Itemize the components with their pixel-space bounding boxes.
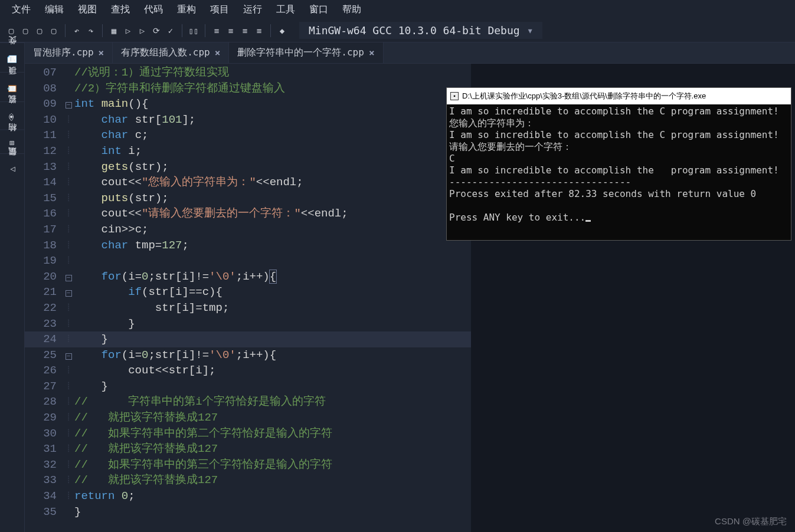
code-line[interactable]: 35} bbox=[25, 504, 471, 520]
fold-gutter[interactable]: − bbox=[63, 96, 74, 112]
code-line[interactable]: 33┊// 就把该字符替换成127 bbox=[25, 472, 471, 488]
code-line[interactable]: 18┊ char tmp=127; bbox=[25, 238, 471, 254]
code-line[interactable]: 31┊// 就把该字符替换成127 bbox=[25, 441, 471, 457]
rebuild-icon[interactable]: ⟳ bbox=[150, 24, 163, 37]
save-all-icon[interactable]: ▢ bbox=[47, 24, 60, 37]
undo-icon[interactable]: ↶ bbox=[70, 24, 83, 37]
code-line[interactable]: 22┊ str[i]=tmp; bbox=[25, 300, 471, 316]
fold-gutter[interactable]: ┊ bbox=[63, 206, 74, 222]
file-tab[interactable]: 删除字符串中的一个字符.cpp× bbox=[229, 42, 383, 63]
menu-重构[interactable]: 重构 bbox=[170, 1, 203, 18]
menu-编辑[interactable]: 编辑 bbox=[38, 1, 71, 18]
fold-gutter[interactable]: ┊ bbox=[63, 316, 74, 332]
close-icon[interactable]: × bbox=[369, 47, 375, 58]
code-line[interactable]: 29┊// 就把该字符替换成127 bbox=[25, 410, 471, 426]
code-line[interactable]: 12┊ int i; bbox=[25, 143, 471, 159]
menu-工具[interactable]: 工具 bbox=[269, 1, 302, 18]
side-tab-文件[interactable]: 📄文件 bbox=[0, 42, 24, 72]
fold-gutter[interactable] bbox=[63, 81, 74, 97]
code-line[interactable]: 08//2）字符串和待删除字符都通过键盘输入 bbox=[25, 81, 471, 97]
fold-gutter[interactable]: ┊ bbox=[63, 222, 74, 238]
fold-gutter[interactable]: ┊ bbox=[63, 426, 74, 442]
menu-代码[interactable]: 代码 bbox=[137, 1, 170, 18]
fold-gutter[interactable]: ┊ bbox=[63, 488, 74, 504]
code-line[interactable]: 11┊ char c; bbox=[25, 127, 471, 143]
fold-gutter[interactable]: − bbox=[63, 347, 74, 363]
new-file-icon[interactable]: ▢ bbox=[5, 24, 18, 37]
code-line[interactable]: 21− if(str[i]==c){ bbox=[25, 284, 471, 300]
fold-gutter[interactable]: ┊ bbox=[63, 300, 74, 316]
file-tab[interactable]: 冒泡排序.cpp× bbox=[25, 42, 113, 63]
code-line[interactable]: 16┊ cout<<"请输入您要删去的一个字符："<<endl; bbox=[25, 206, 471, 222]
code-line[interactable]: 27┊ } bbox=[25, 379, 471, 395]
fold-gutter[interactable]: ┊ bbox=[63, 379, 74, 395]
menu-运行[interactable]: 运行 bbox=[236, 1, 269, 18]
code-line[interactable]: 14┊ cout<<"您输入的字符串为："<<endl; bbox=[25, 175, 471, 191]
step-out-icon[interactable]: ≡ bbox=[238, 24, 251, 37]
run-icon[interactable]: ▷ bbox=[122, 24, 135, 37]
step-into-icon[interactable]: ≡ bbox=[224, 24, 237, 37]
fold-gutter[interactable]: ┊ bbox=[63, 410, 74, 426]
fold-gutter[interactable]: ┊ bbox=[63, 472, 74, 488]
code-line[interactable]: 15┊ puts(str); bbox=[25, 191, 471, 206]
code-line[interactable]: 19┊ bbox=[25, 253, 471, 269]
code-line[interactable]: 09−int main(){ bbox=[25, 96, 471, 112]
menu-视图[interactable]: 视图 bbox=[71, 1, 104, 18]
menu-文件[interactable]: 文件 bbox=[5, 1, 38, 18]
code-line[interactable]: 07//说明：1）通过字符数组实现 bbox=[25, 65, 471, 81]
code-line[interactable]: 23┊ } bbox=[25, 316, 471, 332]
compiler-selector[interactable]: MinGW-w64 GCC 10.3.0 64-bit Debug ▾ bbox=[299, 22, 542, 39]
fold-gutter[interactable]: ┊ bbox=[63, 441, 74, 457]
side-tab-监视[interactable]: 👁监视 bbox=[0, 101, 24, 129]
fold-gutter[interactable]: ┊ bbox=[63, 159, 74, 175]
fold-gutter[interactable]: ┊ bbox=[63, 457, 74, 473]
code-line[interactable]: 17┊ cin>>c; bbox=[25, 222, 471, 238]
breakpoint-icon[interactable]: ◆ bbox=[276, 24, 289, 37]
grid-icon[interactable]: ▦ bbox=[107, 24, 120, 37]
menu-项目[interactable]: 项目 bbox=[203, 1, 236, 18]
redo-icon[interactable]: ↷ bbox=[84, 24, 97, 37]
fold-gutter[interactable]: ┊ bbox=[63, 394, 74, 410]
close-icon[interactable]: × bbox=[99, 47, 104, 58]
fold-gutter[interactable]: ┊ bbox=[63, 143, 74, 159]
fold-gutter[interactable]: − bbox=[63, 269, 74, 285]
fold-gutter[interactable] bbox=[63, 504, 74, 520]
console-titlebar[interactable]: ▪ D:\上机课实验作业\cpp\实验3-数组\源代码\删除字符串中的一个字符.… bbox=[447, 88, 791, 104]
code-line[interactable]: 30┊// 如果字符串中的第二个字符恰好是输入的字符 bbox=[25, 426, 471, 442]
fold-gutter[interactable]: ┊ bbox=[63, 112, 74, 128]
fold-gutter[interactable]: ┊ bbox=[63, 253, 74, 269]
code-line[interactable]: 26┊ cout<<str[i]; bbox=[25, 363, 471, 379]
fold-gutter[interactable]: ┊ bbox=[63, 331, 74, 347]
code-line[interactable]: 10┊ char str[101]; bbox=[25, 112, 471, 128]
side-tab-项目[interactable]: 📋项目 bbox=[0, 72, 24, 101]
step-over-icon[interactable]: ≡ bbox=[210, 24, 223, 37]
side-tab-结构[interactable]: ⊞结构 bbox=[0, 129, 24, 153]
continue-icon[interactable]: ≡ bbox=[253, 24, 266, 37]
close-icon[interactable]: × bbox=[215, 47, 221, 58]
open-file-icon[interactable]: ▢ bbox=[19, 24, 32, 37]
code-line[interactable]: 34┊return 0; bbox=[25, 488, 471, 504]
file-tab[interactable]: 有序数组插入数.cpp× bbox=[113, 42, 229, 63]
fold-gutter[interactable]: ┊ bbox=[63, 363, 74, 379]
code-editor[interactable]: 07//说明：1）通过字符数组实现08//2）字符串和待删除字符都通过键盘输入0… bbox=[25, 64, 471, 532]
menu-帮助[interactable]: 帮助 bbox=[335, 1, 368, 18]
fold-gutter[interactable] bbox=[63, 65, 74, 81]
code-line[interactable]: 25− for(i=0;str[i]!='\0';i++){ bbox=[25, 347, 471, 363]
fold-gutter[interactable]: ┊ bbox=[63, 127, 74, 143]
debug-icon[interactable]: ✓ bbox=[164, 24, 177, 37]
fold-gutter[interactable]: ┊ bbox=[63, 191, 74, 206]
stop-icon[interactable]: ▯▯ bbox=[187, 24, 200, 37]
build-run-icon[interactable]: ▷ bbox=[136, 24, 149, 37]
code-line[interactable]: 28┊// 字符串中的第i个字符恰好是输入的字符 bbox=[25, 394, 471, 410]
fold-gutter[interactable]: ┊ bbox=[63, 238, 74, 254]
code-line[interactable]: 32┊// 如果字符串中的第三个字符恰好是输入的字符 bbox=[25, 457, 471, 473]
code-line[interactable]: 20− for(i=0;str[i]!='\0';i++){ bbox=[25, 269, 471, 285]
save-icon[interactable]: ▢ bbox=[33, 24, 46, 37]
fold-gutter[interactable]: ┊ bbox=[63, 175, 74, 191]
menu-查找[interactable]: 查找 bbox=[104, 1, 137, 18]
fold-gutter[interactable]: − bbox=[63, 284, 74, 300]
code-line[interactable]: 24┊ } bbox=[25, 331, 471, 347]
code-line[interactable]: 13┊ gets(str); bbox=[25, 159, 471, 175]
menu-窗口[interactable]: 窗口 bbox=[302, 1, 335, 18]
side-tab-试题集[interactable]: △试题集 bbox=[0, 153, 24, 182]
